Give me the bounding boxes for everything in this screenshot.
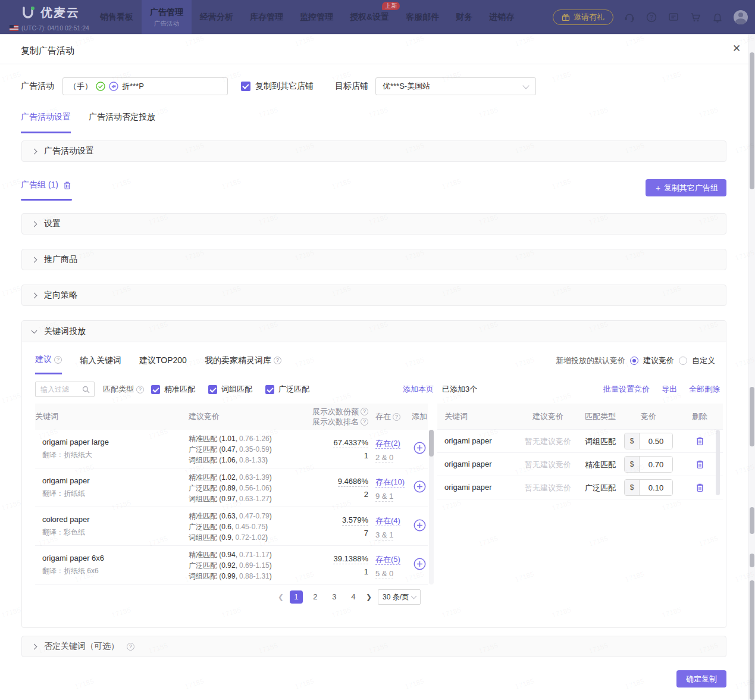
adgroup-tab[interactable]: 广告组 (1) <box>21 180 71 190</box>
added-keyword-row: origami paper 暂无建议竞价 词组匹配 $ <box>437 430 723 453</box>
page-scrollbar[interactable] <box>748 35 755 700</box>
panel-promoted-products[interactable]: 推广商品 <box>21 249 726 270</box>
help-icon[interactable] <box>393 413 400 421</box>
chevron-right-icon <box>32 221 37 227</box>
match-type-checkbox[interactable]: 精准匹配 <box>151 384 195 395</box>
delete-keyword-button[interactable] <box>688 460 712 469</box>
bulk-actions: 批量设置竞价 导出 全部删除 <box>603 384 720 395</box>
suggested-bid-line: 广泛匹配0.60.45-0.75 <box>189 521 308 532</box>
bid-input[interactable]: $ <box>624 456 673 473</box>
menu-inventory[interactable]: 库存管理 <box>242 0 292 35</box>
delete-keyword-button[interactable] <box>688 483 712 492</box>
trash-icon <box>696 460 704 469</box>
keyword-filter-input[interactable] <box>35 382 95 397</box>
page-3[interactable]: 3 <box>328 590 341 604</box>
keyword-panel-header[interactable]: 关键词投放 <box>22 321 726 342</box>
add-page-link[interactable]: 添加本页 <box>403 384 434 395</box>
scrollbar-thumb[interactable] <box>429 430 434 457</box>
panel-settings[interactable]: 设置 <box>21 213 726 235</box>
target-store-select[interactable]: 优***S-美国站 <box>375 77 536 95</box>
trash-icon[interactable] <box>63 181 71 190</box>
exists-link[interactable]: 存在(2) <box>375 439 400 449</box>
menu-monitoring[interactable]: 监控管理 <box>292 0 342 35</box>
confirm-copy-button[interactable]: 确定复制 <box>676 670 726 688</box>
radio-custom-bid[interactable] <box>679 357 687 365</box>
tab-campaign-negative[interactable]: 广告活动否定投放 <box>89 112 155 133</box>
feedback-icon[interactable] <box>668 11 679 23</box>
customer-service-icon[interactable] <box>624 11 635 23</box>
delete-keyword-button[interactable] <box>688 436 712 446</box>
tab-suggested[interactable]: 建议 <box>35 354 62 374</box>
top-nav: 优麦云 (UTC-7): 04/10 02:51:24 销售看板 广告管理 广告… <box>0 0 755 35</box>
radio-suggested-bid[interactable] <box>630 357 638 365</box>
menu-ad-management[interactable]: 广告管理 广告活动 <box>142 0 192 35</box>
menu-finance[interactable]: 财务 <box>447 0 481 35</box>
bulk-set-bid-link[interactable]: 批量设置竞价 <box>603 384 650 395</box>
match-type-checkbox[interactable]: 词组匹配 <box>208 384 252 395</box>
campaign-name-input[interactable]: （手） 折***P <box>62 77 228 95</box>
bid-value-field[interactable] <box>640 480 672 495</box>
svg-text:?: ? <box>650 14 653 21</box>
page-2[interactable]: 2 <box>309 590 322 604</box>
tab-top200[interactable]: 建议TOP200 <box>139 354 187 374</box>
plus-circle-icon <box>413 442 426 454</box>
default-bid-options: 新增投放的默认竞价 建议竞价 自定义 <box>556 355 715 366</box>
bid-value-field[interactable] <box>640 457 672 472</box>
bid-input[interactable]: $ <box>624 433 673 449</box>
panel-targeting-strategy[interactable]: 定向策略 <box>21 285 726 306</box>
plus-circle-icon <box>413 558 426 570</box>
bid-value-field[interactable] <box>640 433 672 449</box>
invite-button[interactable]: 邀请有礼 <box>553 10 613 25</box>
notification-bell-icon[interactable] <box>712 11 723 23</box>
match-type-checkbox[interactable]: 广泛匹配 <box>265 384 309 395</box>
exists-link[interactable]: 存在(5) <box>375 555 400 565</box>
help-icon[interactable]: ? <box>646 11 657 23</box>
exists-link[interactable]: 存在(10) <box>375 477 405 488</box>
tab-campaign-settings[interactable]: 广告活动设置 <box>21 112 71 133</box>
bid-input[interactable]: $ <box>624 479 673 496</box>
menu-business-analysis[interactable]: 经营分析 <box>192 0 242 35</box>
copy-other-adgroup-button[interactable]: ＋ 复制其它广告组 <box>646 179 726 196</box>
add-keyword-button[interactable] <box>409 480 430 493</box>
scrollbar-thumb[interactable] <box>750 52 754 189</box>
menu-service-email[interactable]: 客服邮件 <box>397 0 447 35</box>
user-avatar[interactable] <box>734 10 748 24</box>
next-page-icon[interactable]: ❯ <box>366 593 372 601</box>
brand-logo[interactable]: 优麦云 <box>20 5 80 21</box>
export-link[interactable]: 导出 <box>662 384 677 395</box>
copy-to-store-checkbox[interactable]: 复制到其它店铺 <box>241 81 314 92</box>
scrollbar-thumb <box>750 507 754 534</box>
add-keyword-button[interactable] <box>409 519 430 532</box>
exists-link[interactable]: 存在(4) <box>375 516 400 526</box>
chevron-down-icon <box>522 82 529 89</box>
prev-page-icon[interactable]: ❮ <box>278 593 284 601</box>
help-icon[interactable] <box>127 643 134 651</box>
header-divider <box>0 64 755 64</box>
menu-purchase-sales[interactable]: 进销存 <box>481 0 522 35</box>
added-table-scrollbar[interactable] <box>716 430 720 495</box>
filter-text-field[interactable] <box>36 382 82 396</box>
help-icon[interactable] <box>361 408 368 415</box>
tab-input-keywords[interactable]: 输入关键词 <box>80 354 121 374</box>
page-1[interactable]: 1 <box>290 590 303 604</box>
panel-campaign-settings[interactable]: 广告活动设置 <box>21 140 726 162</box>
menu-sales-board[interactable]: 销售看板 <box>92 0 142 35</box>
help-icon[interactable] <box>274 357 281 364</box>
sp-campaign-icon <box>109 82 118 91</box>
menu-auth-settings[interactable]: 授权&设置 上新 <box>342 0 397 35</box>
suggested-bid-line: 词组匹配0.990.88-1.31 <box>189 571 308 582</box>
help-icon[interactable] <box>361 418 368 426</box>
add-keyword-button[interactable] <box>409 558 430 570</box>
page-4[interactable]: 4 <box>347 590 360 604</box>
suggestion-table-scrollbar[interactable] <box>429 430 434 585</box>
page-size-select[interactable]: 30 条/页 <box>378 589 421 605</box>
delete-all-link[interactable]: 全部删除 <box>689 384 720 395</box>
add-keyword-button[interactable] <box>409 442 430 454</box>
help-icon[interactable] <box>136 386 144 393</box>
help-icon[interactable] <box>54 356 62 364</box>
close-icon[interactable]: ✕ <box>732 43 741 54</box>
scrollbar-thumb <box>750 387 754 446</box>
tab-seller-lexicon[interactable]: 我的卖家精灵词库 <box>205 354 281 374</box>
cart-icon[interactable] <box>690 11 701 23</box>
panel-negative-keywords[interactable]: 否定关键词（可选） <box>21 636 726 657</box>
